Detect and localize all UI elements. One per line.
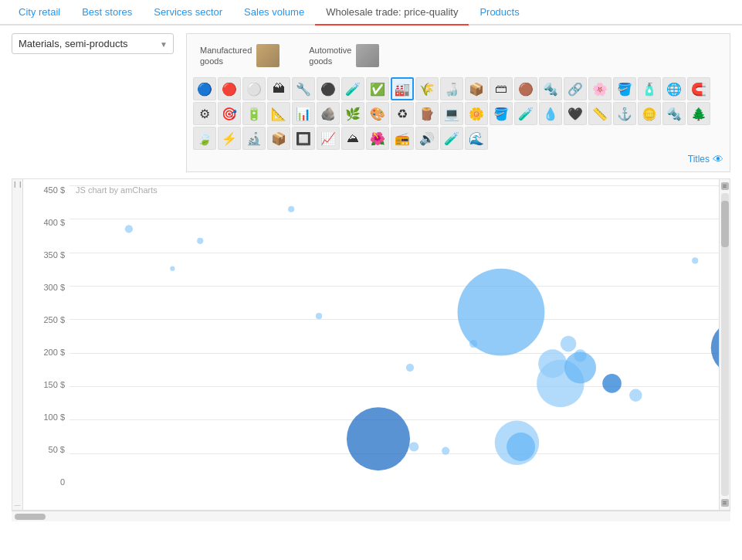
- icon-cell-15[interactable]: 🔗: [564, 77, 587, 100]
- bubble-4[interactable]: [316, 313, 322, 319]
- icon-cell-8[interactable]: 🏭: [391, 77, 414, 100]
- bubble-7[interactable]: [458, 269, 545, 356]
- icon-cell-20[interactable]: 🧲: [687, 77, 710, 100]
- bubble-12[interactable]: [564, 351, 596, 383]
- icon-cell-50[interactable]: 📻: [391, 127, 414, 150]
- bubble-15[interactable]: [692, 257, 698, 263]
- icon-cell-42[interactable]: 🍃: [193, 127, 216, 150]
- icon-cell-28[interactable]: 🎨: [366, 102, 389, 125]
- icon-cell-1[interactable]: 🔴: [218, 77, 241, 100]
- tab-best-stores[interactable]: Best stores: [71, 0, 143, 25]
- scroll-top-btn[interactable]: ❙❙: [12, 181, 23, 188]
- titles-row: Titles 👁: [193, 153, 723, 165]
- icon-cell-27[interactable]: 🌿: [341, 102, 364, 125]
- scroll-track: [721, 193, 729, 496]
- icon-cell-9[interactable]: 🌾: [415, 77, 439, 100]
- tab-city-retail[interactable]: City retail: [8, 0, 71, 25]
- icon-cell-30[interactable]: 🪵: [415, 102, 439, 125]
- icon-cell-44[interactable]: 🔬: [242, 127, 266, 150]
- y-label-5: 200 $: [43, 348, 65, 357]
- icon-cell-18[interactable]: 🧴: [638, 77, 661, 100]
- scroll-handle-horizontal[interactable]: [15, 514, 46, 520]
- bubble-5[interactable]: [406, 364, 414, 372]
- icon-cell-6[interactable]: 🧪: [341, 77, 364, 100]
- icon-cell-11[interactable]: 📦: [465, 77, 488, 100]
- category-option-automotive[interactable]: Automotivegoods: [302, 40, 386, 71]
- bubble-19[interactable]: [442, 446, 449, 454]
- icon-cell-52[interactable]: 🧪: [440, 127, 463, 150]
- icon-cell-29[interactable]: ♻: [391, 102, 414, 125]
- icon-cell-0[interactable]: 🔵: [193, 77, 216, 100]
- icon-cell-23[interactable]: 🔋: [242, 102, 266, 125]
- bubble-13[interactable]: [602, 374, 622, 393]
- icon-cell-26[interactable]: 🪨: [317, 102, 340, 125]
- icon-cell-40[interactable]: 🔩: [662, 102, 686, 125]
- chart-scrollbar-left[interactable]: ❙❙ —: [12, 179, 23, 510]
- icon-cell-21[interactable]: ⚙: [193, 102, 216, 125]
- icon-cell-39[interactable]: 🪙: [638, 102, 661, 125]
- icon-cell-13[interactable]: 🟤: [514, 77, 537, 100]
- icon-cell-36[interactable]: 🖤: [564, 102, 587, 125]
- icon-cell-3[interactable]: 🏔: [267, 77, 290, 100]
- eye-icon: 👁: [713, 153, 723, 165]
- bubble-9[interactable]: [561, 336, 577, 352]
- chart-scrollbar-right[interactable]: ≡ ≡: [719, 179, 730, 510]
- category-option-manufactured[interactable]: Manufacturedgoods: [193, 40, 286, 71]
- tab-sales-volume[interactable]: Sales volume: [233, 0, 315, 25]
- bubbles-chart[interactable]: [69, 185, 719, 494]
- bubble-21[interactable]: [507, 433, 535, 461]
- bubble-14[interactable]: [629, 389, 642, 402]
- icon-cell-7[interactable]: ✅: [366, 77, 389, 100]
- scroll-bottom-btn[interactable]: —: [15, 501, 21, 508]
- icon-cell-41[interactable]: 🌲: [687, 102, 710, 125]
- icon-cell-47[interactable]: 📈: [317, 127, 340, 150]
- icon-cell-32[interactable]: 🌼: [465, 102, 488, 125]
- bubble-1[interactable]: [197, 238, 203, 244]
- icon-cell-37[interactable]: 📏: [588, 102, 612, 125]
- y-label-9: 0: [60, 477, 65, 487]
- icon-cell-10[interactable]: 🍶: [440, 77, 463, 100]
- icon-cell-53[interactable]: 🌊: [465, 127, 488, 150]
- icon-cell-25[interactable]: 📊: [292, 102, 315, 125]
- icon-cell-12[interactable]: 🗃: [490, 77, 513, 100]
- tab-services-sector[interactable]: Services sector: [143, 0, 233, 25]
- y-label-3: 300 $: [43, 283, 65, 292]
- chart-scrollbar-bottom[interactable]: [12, 511, 730, 521]
- icon-cell-49[interactable]: 🌺: [366, 127, 389, 150]
- icon-cell-34[interactable]: 🧪: [514, 102, 537, 125]
- titles-link[interactable]: Titles 👁: [688, 153, 723, 165]
- tab-wholesale-trade[interactable]: Wholesale trade: price-quality: [315, 0, 469, 25]
- bubble-17[interactable]: [347, 407, 410, 470]
- icon-cell-38[interactable]: ⚓: [613, 102, 636, 125]
- icon-cell-45[interactable]: 📦: [267, 127, 290, 150]
- icon-cell-19[interactable]: 🌐: [662, 77, 686, 100]
- bubble-2[interactable]: [288, 206, 294, 212]
- icon-cell-24[interactable]: 📐: [267, 102, 290, 125]
- bubble-0[interactable]: [125, 225, 133, 232]
- icon-cell-14[interactable]: 🔩: [539, 77, 562, 100]
- scroll-thumb[interactable]: [721, 201, 729, 247]
- tab-products[interactable]: Products: [469, 0, 530, 25]
- chart-inner: JS chart by amCharts 450 $400 $350 $300 …: [23, 179, 719, 510]
- y-label-0: 450 $: [43, 185, 65, 195]
- scroll-down-btn[interactable]: ≡: [721, 499, 729, 507]
- icon-cell-16[interactable]: 🌸: [588, 77, 612, 100]
- icon-cell-17[interactable]: 🪣: [613, 77, 636, 100]
- icon-cell-48[interactable]: ⛰: [341, 127, 364, 150]
- icon-cell-22[interactable]: 🎯: [218, 102, 241, 125]
- icon-cell-51[interactable]: 🔊: [415, 127, 439, 150]
- icon-cell-43[interactable]: ⚡: [218, 127, 241, 150]
- category-dropdown[interactable]: Materials, semi-productsConsumer goodsIn…: [12, 33, 174, 54]
- bubble-16[interactable]: [711, 320, 719, 375]
- icon-cell-46[interactable]: 🔲: [292, 127, 315, 150]
- icon-cell-35[interactable]: 💧: [539, 102, 562, 125]
- icon-cell-2[interactable]: ⚪: [242, 77, 266, 100]
- icon-cell-5[interactable]: ⚫: [317, 77, 340, 100]
- y-label-2: 350 $: [43, 250, 65, 260]
- scroll-up-btn[interactable]: ≡: [721, 182, 729, 190]
- icon-cell-33[interactable]: 🪣: [490, 102, 513, 125]
- bubble-18[interactable]: [409, 442, 418, 451]
- icon-cell-4[interactable]: 🔧: [292, 77, 315, 100]
- bubble-3[interactable]: [170, 266, 174, 271]
- icon-cell-31[interactable]: 💻: [440, 102, 463, 125]
